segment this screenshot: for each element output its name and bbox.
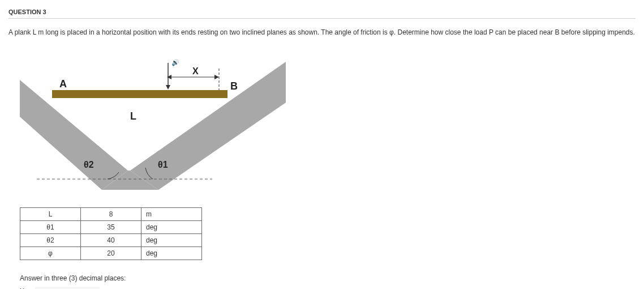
table-row: L 8 m — [20, 208, 202, 221]
plank-shape — [52, 90, 227, 98]
param-cell: φ — [20, 247, 81, 260]
value-cell: 40 — [81, 234, 141, 247]
param-cell: L — [20, 208, 81, 221]
question-header: QUESTION 3 — [8, 8, 636, 19]
unit-cell: deg — [141, 247, 202, 260]
answer-section: Answer in three (3) decimal places: X = … — [20, 274, 636, 289]
table-row: θ1 35 deg — [20, 221, 202, 234]
param-cell: θ1 — [20, 221, 81, 234]
answer-input[interactable] — [35, 287, 100, 289]
load-p-arrow-head — [166, 85, 170, 90]
label-x: X — [192, 66, 199, 76]
label-a: A — [59, 78, 67, 90]
x-arrow-left — [167, 75, 171, 79]
label-theta2: θ2 — [84, 160, 94, 169]
unit-cell: deg — [141, 234, 202, 247]
unit-cell: m — [141, 208, 202, 221]
value-cell: 20 — [81, 247, 141, 260]
p-sound-icon: 🔊 — [171, 58, 179, 66]
label-theta1: θ1 — [158, 160, 168, 169]
label-b: B — [230, 80, 238, 92]
param-cell: θ2 — [20, 234, 81, 247]
label-l: L — [130, 110, 136, 122]
table-row: φ 20 deg — [20, 247, 202, 260]
x-arrow-right — [214, 75, 219, 79]
right-incline-shape — [130, 62, 286, 190]
value-cell: 35 — [81, 221, 141, 234]
plank-diagram: 🔊 A B L X θ1 θ2 — [20, 54, 291, 196]
value-cell: 8 — [81, 208, 141, 221]
answer-instruction: Answer in three (3) decimal places: — [20, 274, 636, 282]
table-row: θ2 40 deg — [20, 234, 202, 247]
parameters-table: L 8 m θ1 35 deg θ2 40 deg φ 20 deg — [20, 207, 202, 260]
unit-cell: deg — [141, 221, 202, 234]
question-text: A plank L m long is placed in a horizont… — [8, 27, 636, 37]
